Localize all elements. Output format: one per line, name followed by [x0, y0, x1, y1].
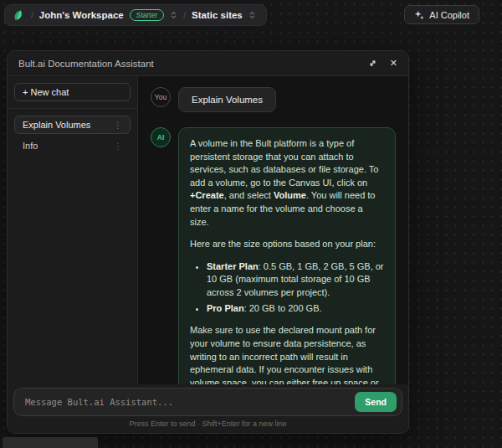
sidebar-item-explain-volumes[interactable]: Explain Volumes ⋮ [14, 116, 131, 134]
message-input[interactable] [25, 397, 355, 407]
message-composer: Send Press Enter to send · Shift+Enter f… [8, 384, 408, 433]
breadcrumb-separator: / [183, 11, 186, 20]
close-icon[interactable]: ✕ [390, 59, 397, 68]
dots-menu-icon[interactable]: ⋮ [114, 121, 122, 130]
ai-paragraph-3: Make sure to use the declared mount path… [190, 324, 384, 384]
send-button[interactable]: Send [355, 392, 397, 412]
dialog-body: + New chat Explain Volumes ⋮ Info ⋮ You … [8, 76, 408, 384]
plan-options-list: Starter Plan: 0.5 GB, 1 GB, 2 GB, 5 GB, … [190, 260, 384, 315]
expand-icon[interactable] [368, 59, 377, 68]
dialog-title: Bult.ai Documentation Assistant [18, 59, 154, 69]
sidebar-item-info[interactable]: Info ⋮ [14, 136, 131, 155]
ai-avatar: AI [151, 127, 171, 147]
ai-paragraph-1: A volume in the Bult platform is a type … [190, 137, 384, 229]
app-logo-icon[interactable] [11, 8, 25, 23]
sidebar-top-section: + New chat [8, 76, 137, 109]
chevron-up-down-icon[interactable] [248, 10, 256, 20]
canvas-partial-panel [3, 437, 98, 448]
chat-messages-area[interactable]: You Explain Volumes AI A volume in the B… [138, 76, 408, 384]
ai-paragraph-2: Here are the size options based on your … [190, 238, 384, 251]
documentation-assistant-dialog: Bult.ai Documentation Assistant ✕ + New … [7, 50, 409, 434]
composer-hint: Press Enter to send · Shift+Enter for a … [13, 416, 402, 430]
plan-badge: Starter [130, 9, 165, 21]
user-message-row: You Explain Volumes [151, 87, 396, 112]
new-chat-button[interactable]: + New chat [14, 83, 131, 101]
project-name[interactable]: Static sites [192, 10, 243, 20]
ai-copilot-button[interactable]: AI Copilot [404, 5, 479, 24]
user-message-bubble: Explain Volumes [178, 87, 276, 112]
breadcrumb-separator: / [31, 11, 33, 20]
ai-message-row: AI A volume in the Bult platform is a ty… [151, 127, 396, 384]
dialog-header: Bult.ai Documentation Assistant ✕ [8, 51, 408, 76]
list-item: Pro Plan: 20 GB to 200 GB. [207, 302, 384, 316]
chat-item-label: Explain Volumes [23, 120, 90, 130]
dialog-header-actions: ✕ [368, 59, 397, 68]
chat-item-label: Info [23, 141, 38, 151]
message-input-bar: Send [13, 388, 402, 416]
breadcrumb-bar: / John's Workspace Starter / Static site… [4, 4, 267, 26]
ai-message-bubble: A volume in the Bult platform is a type … [178, 127, 396, 384]
chat-sidebar: + New chat Explain Volumes ⋮ Info ⋮ [8, 76, 138, 384]
workspace-name[interactable]: John's Workspace [39, 10, 124, 20]
ai-copilot-label: AI Copilot [429, 10, 469, 20]
chat-history-list: Explain Volumes ⋮ Info ⋮ [8, 109, 137, 162]
user-avatar: You [151, 87, 171, 107]
dots-menu-icon[interactable]: ⋮ [114, 142, 122, 151]
chevron-up-down-icon[interactable] [170, 10, 177, 20]
list-item: Starter Plan: 0.5 GB, 1 GB, 2 GB, 5 GB, … [207, 260, 384, 300]
sparkle-icon [414, 10, 424, 20]
